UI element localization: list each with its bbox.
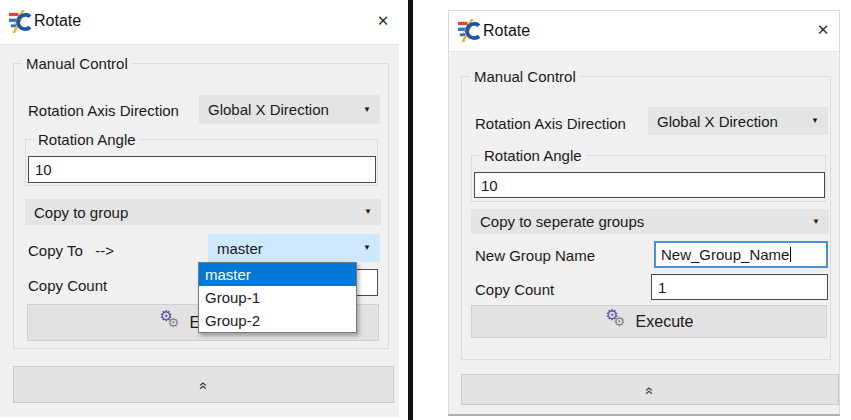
close-button[interactable]: ✕ — [373, 11, 393, 31]
dropdown-item[interactable]: Group-1 — [199, 286, 356, 309]
chevron-down-icon: ▼ — [364, 207, 372, 216]
gears-icon: ⚙ ⚙ — [159, 310, 185, 336]
titlebar[interactable]: Rotate ✕ — [449, 11, 839, 51]
groupbox-label: Manual Control — [470, 68, 580, 85]
copy-to-dropdown-list: master Group-1 Group-2 — [198, 262, 357, 333]
chevron-down-icon: ▼ — [811, 116, 819, 125]
copy-count-label: Copy Count — [475, 281, 554, 298]
chevron-down-icon: ▼ — [363, 243, 371, 252]
combobox-value: Global X Direction — [657, 113, 778, 130]
execute-button-label: Execute — [636, 313, 694, 331]
rotation-angle-input[interactable] — [474, 172, 825, 198]
dialog-body: Manual Control Rotation Axis Direction G… — [449, 51, 839, 414]
new-group-name-label: New Group Name — [475, 247, 595, 264]
app-logo-icon — [9, 10, 32, 33]
text-caret — [790, 247, 791, 262]
collapse-panel-button[interactable]: « — [461, 374, 839, 405]
gears-icon: ⚙ ⚙ — [605, 309, 631, 335]
chevron-down-icon: ▼ — [812, 217, 820, 226]
screenshot-divider — [408, 0, 413, 420]
app-logo-icon — [458, 19, 481, 42]
close-button[interactable]: ✕ — [813, 20, 833, 40]
dropdown-item[interactable]: master — [199, 263, 356, 286]
chevron-down-icon: ▼ — [363, 105, 371, 114]
gear-icon: ⚙ — [614, 314, 626, 329]
copy-to-label: Copy To --> — [28, 242, 114, 259]
collapse-chevron-icon: « — [196, 382, 210, 388]
combobox-value: Global X Direction — [208, 101, 329, 118]
copy-count-input[interactable] — [651, 274, 828, 300]
rotation-axis-combobox[interactable]: Global X Direction ▼ — [199, 95, 380, 124]
dropdown-item[interactable]: Group-2 — [199, 309, 356, 332]
titlebar[interactable]: Rotate ✕ — [0, 0, 399, 44]
rotate-dialog-right: Rotate ✕ Manual Control Rotation Axis Di… — [448, 10, 840, 416]
input-value: New_Group_Name — [661, 246, 789, 263]
combobox-value: Copy to seperate groups — [480, 213, 644, 230]
rotation-axis-label: Rotation Axis Direction — [475, 115, 626, 132]
window-title: Rotate — [483, 22, 530, 40]
combobox-value: Copy to group — [34, 204, 128, 221]
close-icon: ✕ — [817, 21, 830, 38]
groupbox-label: Manual Control — [22, 55, 132, 72]
gear-icon: ⚙ — [168, 315, 180, 330]
collapse-panel-button[interactable]: « — [13, 366, 394, 403]
window-title: Rotate — [34, 12, 81, 30]
copy-mode-combobox[interactable]: Copy to group ▼ — [25, 199, 381, 225]
close-icon: ✕ — [377, 12, 390, 29]
rotation-angle-label: Rotation Angle — [480, 147, 586, 164]
screenshot-canvas: Rotate ✕ Manual Control Rotation Axis Di… — [0, 0, 851, 420]
combobox-value: master — [217, 240, 263, 257]
rotation-axis-label: Rotation Axis Direction — [28, 102, 179, 119]
execute-button[interactable]: ⚙ ⚙ Execute — [471, 305, 827, 338]
copy-count-label: Copy Count — [28, 277, 107, 294]
rotation-angle-input[interactable] — [28, 156, 376, 183]
copy-mode-combobox[interactable]: Copy to seperate groups ▼ — [471, 209, 829, 234]
rotation-angle-label: Rotation Angle — [34, 131, 140, 148]
new-group-name-input[interactable]: New_Group_Name — [654, 241, 828, 268]
copy-to-combobox[interactable]: master ▼ — [208, 234, 380, 262]
rotation-axis-combobox[interactable]: Global X Direction ▼ — [648, 107, 828, 135]
collapse-chevron-icon: « — [643, 387, 657, 393]
rotate-dialog-left: Rotate ✕ Manual Control Rotation Axis Di… — [0, 0, 399, 417]
dialog-body: Manual Control Rotation Axis Direction G… — [0, 44, 399, 417]
